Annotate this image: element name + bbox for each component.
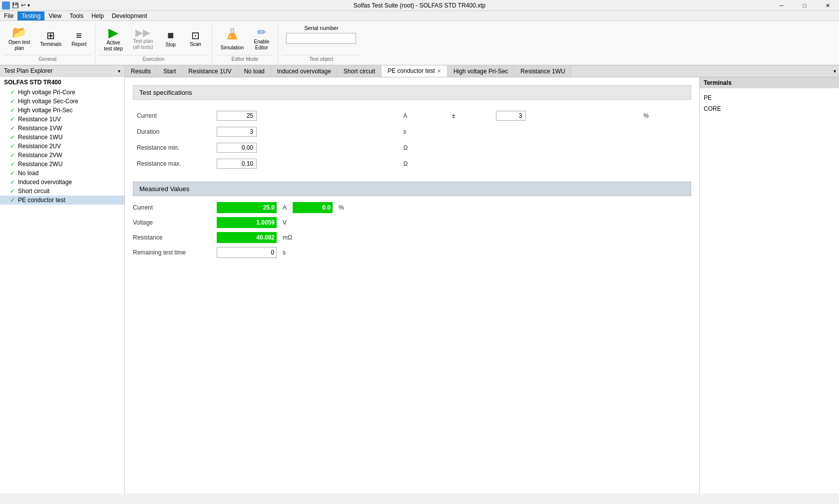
tree-check-0: ✓	[10, 89, 15, 96]
open-test-plan-button[interactable]: 📂 Open testplan	[4, 23, 34, 54]
current-tolerance-unit: %	[639, 108, 691, 124]
resistance-min-input[interactable]	[217, 143, 257, 153]
menu-view[interactable]: View	[44, 11, 65, 20]
tree-check-11: ✓	[10, 188, 15, 195]
terminal-pe: PE	[704, 92, 835, 103]
menu-file[interactable]: File	[0, 11, 17, 20]
tree-item-11[interactable]: ✓Short circuit	[0, 187, 124, 196]
svg-point-2	[229, 36, 231, 38]
tree-item-5[interactable]: ✓Resistance 1WU	[0, 133, 124, 142]
tree-item-9[interactable]: ✓No load	[0, 169, 124, 178]
current-value-input[interactable]	[217, 111, 257, 121]
tree-item-0[interactable]: ✓High voltage Pri-Core	[0, 88, 124, 97]
ribbon-group-general: 📂 Open testplan ⊞ Terminals ≡ Report Gen…	[0, 23, 95, 63]
tree-item-2[interactable]: ✓High voltage Pri-Sec	[0, 106, 124, 115]
measured-current-label: Current	[133, 204, 213, 211]
measured-values-section: Measured Values Current 25.0 A 0.0 % Vol…	[133, 182, 691, 258]
tab-scroll-button[interactable]: ▾	[831, 67, 839, 75]
svg-rect-0	[231, 28, 234, 33]
open-test-plan-label: Open testplan	[8, 39, 30, 51]
terminals-header: Terminals	[700, 77, 839, 88]
quick-access-dropdown[interactable]: ▾	[27, 2, 30, 8]
test-plan-all-button[interactable]: ▶▶ Test plan(all tests)	[128, 23, 158, 54]
simulation-label: Simulation	[221, 45, 244, 51]
spec-row-current: Current A ± %	[133, 108, 691, 124]
tree-check-4: ✓	[10, 125, 15, 132]
resistance-min-label: Resistance min.	[133, 140, 213, 156]
tree-item-3[interactable]: ✓Resistance 1UV	[0, 115, 124, 124]
resistance-max-input[interactable]	[217, 159, 257, 169]
active-test-step-button[interactable]: ▶ Activetest step	[99, 23, 127, 54]
stop-icon: ■	[167, 30, 174, 41]
tab-results[interactable]: Results	[125, 66, 157, 77]
menu-help[interactable]: Help	[87, 11, 108, 20]
tree-check-10: ✓	[10, 179, 15, 186]
tab-short-circuit[interactable]: Short circuit	[338, 66, 382, 77]
play-all-icon: ▶▶	[135, 27, 150, 37]
tab-induced-overvoltage[interactable]: Induced overvoltage	[271, 66, 338, 77]
tree-item-label-11: Short circuit	[18, 188, 49, 195]
play-icon: ▶	[108, 26, 118, 39]
svg-marker-1	[227, 33, 237, 39]
measured-time-label: Remaining test time	[133, 249, 213, 256]
measured-time-unit: s	[283, 249, 286, 256]
tree-item-1[interactable]: ✓High voltage Sec-Core	[0, 97, 124, 106]
window-title: Solfas Test Suite (root) - SOLFAS STD TR…	[354, 2, 485, 9]
test-specs-header: Test specifications	[133, 85, 691, 100]
measured-values-header: Measured Values	[133, 182, 691, 196]
tab-high-voltage-pri-sec[interactable]: High voltage Pri-Sec	[447, 66, 514, 77]
spec-row-res-max: Resistance max. Ω	[133, 156, 691, 172]
tree-item-label-8: Resistance 2WU	[18, 161, 62, 168]
tab-resistance-1wu[interactable]: Resistance 1WU	[514, 66, 571, 77]
right-content: Results Start Resistance 1UV No load Ind…	[125, 65, 839, 494]
enable-editor-button[interactable]: ✏ EnableEditor	[249, 23, 274, 54]
tree-root-item[interactable]: SOLFAS STD TR400	[0, 77, 124, 88]
tree-item-label-10: Induced overvoltage	[18, 179, 72, 186]
tab-pe-conductor-test[interactable]: PE conductor test ✕	[382, 65, 447, 77]
minimize-button[interactable]: ─	[770, 0, 793, 11]
editor-group-label: Editor Mode	[216, 55, 274, 63]
right-sidebar: Terminals PE CORE	[699, 77, 839, 494]
report-button[interactable]: ≡ Report	[67, 23, 91, 54]
app-icon	[2, 1, 10, 9]
close-button[interactable]: ✕	[816, 0, 839, 11]
current-tolerance-input[interactable]	[496, 111, 526, 121]
panel-dropdown-button[interactable]: ▾	[118, 68, 120, 74]
tab-bar: Results Start Resistance 1UV No load Ind…	[125, 65, 839, 77]
tree-item-12[interactable]: ✓PE conductor test	[0, 196, 124, 205]
quick-access-undo[interactable]: ↩	[21, 2, 25, 8]
measured-voltage-unit: V	[283, 219, 287, 226]
terminal-core: CORE	[704, 103, 835, 114]
terminals-button[interactable]: ⊞ Terminals	[35, 23, 66, 54]
tree-item-label-1: High voltage Sec-Core	[18, 98, 78, 105]
editor-icon: ✏	[257, 27, 266, 38]
tree-item-8[interactable]: ✓Resistance 2WU	[0, 160, 124, 169]
main-content: Test specifications Current A ± %	[125, 77, 699, 494]
measured-current-percent-bar: 0.0	[293, 202, 333, 213]
simulation-button[interactable]: Simulation	[216, 23, 249, 54]
tree-item-label-4: Resistance 1VW	[18, 125, 62, 132]
menu-development[interactable]: Development	[108, 11, 151, 20]
tree-check-7: ✓	[10, 152, 15, 159]
menu-testing[interactable]: Testing	[17, 11, 44, 20]
tree-item-label-12: PE conductor test	[18, 197, 65, 204]
general-buttons: 📂 Open testplan ⊞ Terminals ≡ Report	[4, 23, 91, 55]
maximize-button[interactable]: □	[793, 0, 816, 11]
duration-value-input[interactable]	[217, 127, 257, 137]
duration-value-cell	[213, 124, 399, 140]
tab-resistance-1uv[interactable]: Resistance 1UV	[182, 66, 238, 77]
tab-pe-conductor-close[interactable]: ✕	[437, 68, 441, 74]
remaining-time-input[interactable]	[217, 247, 277, 258]
tree-item-7[interactable]: ✓Resistance 2VW	[0, 151, 124, 160]
tree-item-4[interactable]: ✓Resistance 1VW	[0, 124, 124, 133]
tree-item-10[interactable]: ✓Induced overvoltage	[0, 178, 124, 187]
stop-button[interactable]: ■ Stop	[159, 23, 183, 54]
serial-number-input[interactable]	[286, 33, 356, 44]
tab-start[interactable]: Start	[157, 66, 182, 77]
scan-button[interactable]: ⊡ Scan	[184, 23, 208, 54]
tab-no-load[interactable]: No load	[238, 66, 271, 77]
quick-access-save[interactable]: 💾	[12, 2, 19, 8]
tree-check-12: ✓	[10, 197, 15, 204]
tree-item-6[interactable]: ✓Resistance 2UV	[0, 142, 124, 151]
menu-tools[interactable]: Tools	[65, 11, 87, 20]
